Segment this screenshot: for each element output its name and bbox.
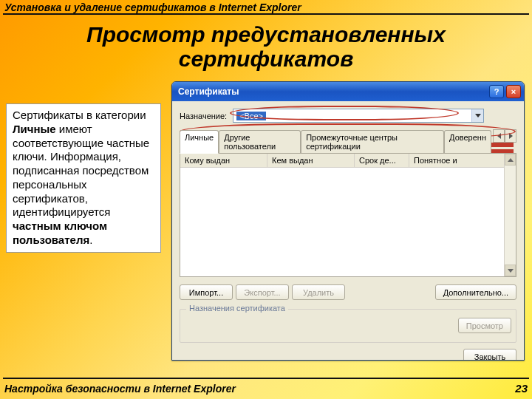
side-text-2: имеют соответствующие частные ключи. Инф… — [13, 123, 149, 219]
purpose-value: <Все> — [236, 112, 266, 120]
scrollbar[interactable] — [504, 154, 516, 276]
page-number: 23 — [515, 382, 528, 395]
purpose-group: Назначения сертификата Просмотр — [180, 309, 516, 343]
divider — [3, 13, 529, 15]
dialog-title: Сертификаты — [178, 86, 239, 97]
tab-other-users[interactable]: Другие пользователи — [219, 130, 301, 154]
help-icon: ? — [494, 87, 499, 96]
remove-button[interactable]: Удалить — [292, 284, 345, 300]
tab-scroll-left[interactable] — [493, 129, 505, 143]
tab-scroll-right[interactable] — [505, 129, 516, 143]
slide-title: Просмотр предустановленных сертификатов — [0, 19, 532, 81]
side-bold-2: частным ключом пользователя — [13, 219, 107, 246]
side-text-3: . — [89, 233, 92, 246]
view-button[interactable]: Просмотр — [458, 318, 511, 333]
col-issued-by[interactable]: Кем выдан — [267, 154, 355, 167]
certificates-dialog: Сертификаты ? × Назначение: <Все> Личные… — [171, 81, 525, 361]
chevron-left-icon — [497, 133, 501, 139]
purpose-label: Назначение: — [180, 112, 227, 120]
side-text-1: Сертификаты в категории — [13, 109, 146, 121]
col-friendly-name[interactable]: Понятное и — [409, 154, 516, 167]
side-bold-1: Личные — [13, 123, 56, 135]
footer-text: Настройка безопасности в Internet Explor… — [4, 383, 236, 395]
tab-personal[interactable]: Личные — [180, 130, 219, 154]
chevron-down-icon — [471, 109, 483, 122]
list-header: Кому выдан Кем выдан Срок де... Понятное… — [180, 154, 516, 168]
scroll-down-button[interactable] — [505, 265, 516, 276]
purpose-select[interactable]: <Все> — [233, 109, 484, 123]
import-button[interactable]: Импорт... — [180, 284, 233, 300]
tabs: Личные Другие пользователи Промежуточные… — [180, 129, 516, 153]
scroll-up-button[interactable] — [505, 154, 516, 166]
certificates-list: Кому выдан Кем выдан Срок де... Понятное… — [180, 153, 516, 277]
footer: Настройка безопасности в Internet Explor… — [0, 382, 532, 396]
col-issued-to[interactable]: Кому выдан — [180, 154, 267, 167]
group-label: Назначения сертификата — [186, 304, 288, 313]
chevron-up-icon — [508, 158, 514, 162]
chevron-down-icon — [508, 269, 514, 273]
titlebar[interactable]: Сертификаты ? × — [172, 82, 524, 101]
tab-intermediate-ca[interactable]: Промежуточные центры сертификации — [301, 130, 444, 154]
export-button[interactable]: Экспорт... — [236, 284, 289, 300]
close-button[interactable]: Закрыть — [463, 349, 516, 361]
chevron-right-icon — [509, 133, 513, 139]
slide-topline: Установка и удаление сертификатов в Inte… — [0, 0, 532, 13]
col-expiry[interactable]: Срок де... — [355, 154, 409, 167]
advanced-button[interactable]: Дополнительно... — [435, 284, 516, 300]
side-textbox: Сертификаты в категории Личные имеют соо… — [6, 103, 161, 253]
tab-trusted[interactable]: Доверенн — [444, 130, 491, 154]
close-window-button[interactable]: × — [506, 85, 521, 98]
help-button[interactable]: ? — [489, 85, 504, 98]
close-icon: × — [511, 87, 516, 96]
